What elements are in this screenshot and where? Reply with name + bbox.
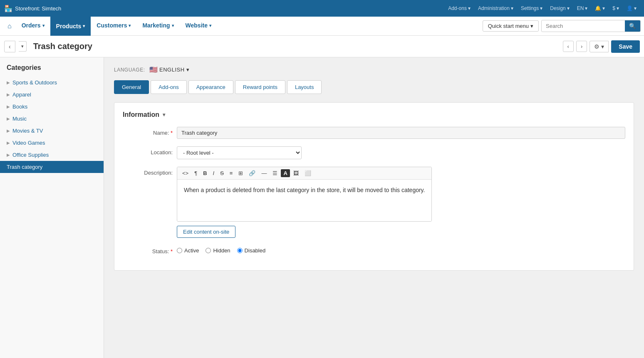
brand[interactable]: 🏪 Storefront: Simtech xyxy=(4,5,61,12)
status-active-option[interactable]: Active xyxy=(177,247,199,254)
music-expand-icon: ▶ xyxy=(7,116,10,121)
toolbar-italic-btn[interactable]: I xyxy=(211,169,217,178)
toolbar-bold-btn[interactable]: B xyxy=(201,169,209,178)
status-hidden-radio[interactable] xyxy=(206,248,211,253)
toolbar-table-btn[interactable]: ⊞ xyxy=(236,169,245,178)
sidebar-item-sports[interactable]: ▶ Sports & Outdoors xyxy=(0,77,104,89)
videogames-expand-icon: ▶ xyxy=(7,141,10,145)
settings-nav[interactable]: Settings ▾ xyxy=(518,5,546,11)
brand-name: Storefront: Simtech xyxy=(15,5,61,12)
search-input[interactable] xyxy=(542,21,625,31)
user-nav[interactable]: 👤 ▾ xyxy=(623,5,640,11)
sidebar-title: Categories xyxy=(0,64,104,77)
tab-general[interactable]: General xyxy=(114,80,149,94)
lang-nav[interactable]: EN ▾ xyxy=(574,5,591,11)
nav-website[interactable]: Website ▾ xyxy=(180,17,217,36)
toolbar-image-btn[interactable]: 🖼 xyxy=(291,169,301,178)
description-row: Description: <> ¶ B I S ≡ ⊞ 🔗 — xyxy=(123,167,625,238)
home-button[interactable]: ⌂ xyxy=(3,22,16,30)
nav-products-label: Products xyxy=(56,23,82,30)
design-nav[interactable]: Design ▾ xyxy=(547,5,572,11)
website-caret-icon: ▾ xyxy=(209,23,211,28)
location-label: Location: xyxy=(123,146,173,156)
form-card: Information ▾ Name: * Location: - Root l… xyxy=(114,102,634,271)
nav-customers[interactable]: Customers ▾ xyxy=(91,17,136,36)
administration-nav[interactable]: Administration ▾ xyxy=(475,5,517,11)
toolbar-code-btn[interactable]: <> xyxy=(180,169,191,178)
sidebar-item-music[interactable]: ▶ Music xyxy=(0,113,104,125)
back-dropdown-button[interactable]: ▾ xyxy=(19,41,27,52)
nav-orders[interactable]: Orders ▾ xyxy=(16,17,50,36)
notifications-nav[interactable]: 🔔 ▾ xyxy=(592,5,608,11)
name-input[interactable] xyxy=(177,127,625,139)
editor-wrap: <> ¶ B I S ≡ ⊞ 🔗 — ☰ A 🖼 ⬜ xyxy=(177,167,432,238)
addons-nav[interactable]: Add-ons ▾ xyxy=(445,5,474,11)
admin-caret: ▾ xyxy=(511,5,513,11)
language-flag: 🇺🇸 xyxy=(149,66,158,74)
sidebar-item-apparel[interactable]: ▶ Apparel xyxy=(0,89,104,101)
main-content: LANGUAGE: 🇺🇸 English ▾ General Add-ons A… xyxy=(104,57,644,358)
books-expand-icon: ▶ xyxy=(7,104,10,109)
sidebar-item-video-games[interactable]: ▶ Video Games xyxy=(0,137,104,149)
edit-on-site-button[interactable]: Edit content on-site xyxy=(177,226,235,238)
tab-appearance[interactable]: Appearance xyxy=(188,80,233,94)
currency-nav[interactable]: $ ▾ xyxy=(609,5,622,11)
search-wrap: 🔍 xyxy=(541,20,641,32)
tab-layouts[interactable]: Layouts xyxy=(287,80,322,94)
location-select[interactable]: - Root level - Sports & Outdoors Apparel… xyxy=(177,146,302,159)
tab-reward-points[interactable]: Reward points xyxy=(235,80,285,94)
toolbar-embed-btn[interactable]: ⬜ xyxy=(302,169,314,178)
marketing-caret-icon: ▾ xyxy=(172,23,174,28)
toolbar-align-btn[interactable]: ☰ xyxy=(270,169,280,178)
sidebar-item-trash[interactable]: Trash category xyxy=(0,161,104,173)
user-caret: ▾ xyxy=(634,5,637,11)
sidebar-item-books[interactable]: ▶ Books xyxy=(0,101,104,113)
prev-arrow-button[interactable]: ‹ xyxy=(563,41,574,52)
quick-start-button[interactable]: Quick start menu ▾ xyxy=(483,20,539,32)
status-hidden-option[interactable]: Hidden xyxy=(206,247,230,254)
status-disabled-option[interactable]: Disabled xyxy=(237,247,266,254)
language-bar: LANGUAGE: 🇺🇸 English ▾ xyxy=(114,66,634,74)
gear-button[interactable]: ⚙ ▾ xyxy=(590,41,609,52)
search-button[interactable]: 🔍 xyxy=(625,20,640,32)
design-caret: ▾ xyxy=(567,5,570,11)
toolbar-list-btn[interactable]: ≡ xyxy=(227,169,235,178)
tab-addons[interactable]: Add-ons xyxy=(151,80,186,94)
save-button[interactable]: Save xyxy=(611,40,640,53)
status-disabled-radio[interactable] xyxy=(237,248,243,253)
name-required-marker: * xyxy=(171,130,173,136)
top-nav: 🏪 Storefront: Simtech Add-ons ▾ Administ… xyxy=(0,0,644,17)
description-label: Description: xyxy=(123,167,173,176)
back-button[interactable]: ‹ xyxy=(4,41,15,52)
section-header[interactable]: Information ▾ xyxy=(123,111,625,119)
next-arrow-button[interactable]: › xyxy=(576,41,587,52)
sidebar-item-trash-label: Trash category xyxy=(7,164,42,170)
toolbar-paragraph-btn[interactable]: ¶ xyxy=(192,169,200,178)
nav-customers-label: Customers xyxy=(97,22,127,29)
brand-icon: 🏪 xyxy=(4,5,12,12)
movies-expand-icon: ▶ xyxy=(7,128,10,133)
sidebar-item-sports-label: Sports & Outdoors xyxy=(12,79,57,86)
toolbar-link-btn[interactable]: 🔗 xyxy=(246,169,258,178)
sidebar-item-apparel-label: Apparel xyxy=(12,91,31,98)
addons-caret: ▾ xyxy=(468,5,471,11)
status-required-marker: * xyxy=(171,248,173,254)
sports-expand-icon: ▶ xyxy=(7,80,10,85)
status-disabled-label: Disabled xyxy=(245,247,266,254)
quick-start-caret-icon: ▾ xyxy=(530,23,533,29)
top-nav-links: Add-ons ▾ Administration ▾ Settings ▾ De… xyxy=(445,5,640,11)
editor-toolbar: <> ¶ B I S ≡ ⊞ 🔗 — ☰ A 🖼 ⬜ xyxy=(177,167,431,180)
currency-caret: ▾ xyxy=(617,5,619,11)
toolbar-font-color-btn[interactable]: A xyxy=(281,169,290,177)
language-selector[interactable]: 🇺🇸 English ▾ xyxy=(149,66,190,74)
sidebar-item-office[interactable]: ▶ Office Supplies xyxy=(0,149,104,161)
nav-marketing[interactable]: Marketing ▾ xyxy=(136,17,179,36)
second-nav: ⌂ Orders ▾ Products ▾ Customers ▾ Market… xyxy=(0,17,644,36)
sidebar-item-movies[interactable]: ▶ Movies & TV xyxy=(0,125,104,137)
toolbar-hr-btn[interactable]: — xyxy=(259,169,269,178)
status-radio-group: Active Hidden Disabled xyxy=(177,245,265,254)
toolbar-strikethrough-btn[interactable]: S xyxy=(218,169,226,178)
description-editor[interactable]: When a product is deleted from the last … xyxy=(177,180,431,221)
status-active-radio[interactable] xyxy=(177,248,182,253)
nav-products[interactable]: Products ▾ xyxy=(50,17,91,36)
